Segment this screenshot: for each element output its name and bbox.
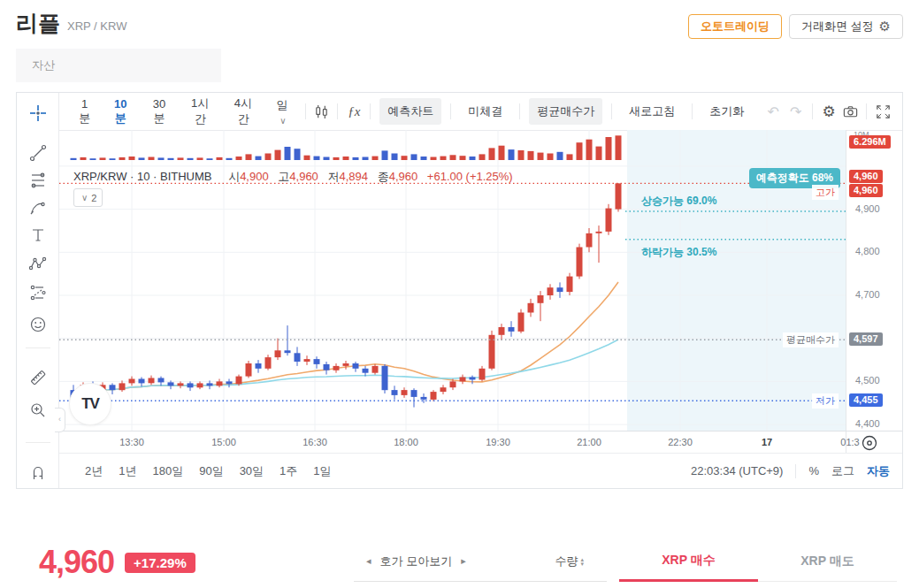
xabcd-pattern-tool-icon[interactable] [28,255,48,274]
separator [812,103,813,119]
axis-settings-icon[interactable] [860,433,879,453]
time-tick: 01:3 [840,437,859,447]
screen-settings-label: 거래화면 설정 [801,19,874,34]
forecast-tool-icon[interactable] [28,283,48,302]
left-arrow-icon[interactable]: ◂ [366,555,371,567]
chart-plot-area[interactable]: XRP/KRW · 10 · BITHUMB 시4,900 고4,960 저4,… [59,130,846,431]
toolbar-button-reset[interactable]: 초기화 [701,98,752,125]
time-tick: 16:30 [303,437,327,447]
interval-button-1d[interactable]: 일∨ [267,93,296,131]
trend-line-tool-icon[interactable] [28,143,48,163]
magnet-tool-icon[interactable] [28,463,48,483]
page-header: 리플 XRP / KRW [16,12,126,34]
footer-price: 4,960 [39,544,114,581]
prediction-down-label: 하락가능 30.5% [641,245,716,260]
separator [370,103,371,119]
open-label: 시 [228,170,240,183]
time-tick: 19:30 [486,437,510,447]
range-button-30d[interactable]: 30일 [234,460,270,483]
autotrading-button[interactable]: 오토트레이딩 [688,14,782,39]
low-price-badge: 4,455 [849,393,883,407]
time-tick: 21:00 [577,437,601,447]
toolbar-button-refresh[interactable]: 새로고침 [621,98,683,125]
chevron-down-icon: ∨ [81,193,88,202]
brush-tool-icon[interactable] [28,198,48,218]
range-button-1d[interactable]: 1일 [307,460,337,483]
separator [26,442,50,443]
chart-toolbar: 1분10분30분1시간4시간일∨ ƒx 예측차트미체결평균매수가새로고침초기화 … [59,93,902,130]
range-button-90d[interactable]: 90일 [193,460,229,483]
separator [305,103,306,119]
high-line-label: 고가 [812,185,839,200]
zoom-in-tool-icon[interactable] [28,401,48,420]
drawing-toolbar [17,93,59,488]
interval-button-1m[interactable]: 1분 [71,93,98,131]
orderbook-header: ◂ 호가 모아보기 ▸ 수량 ▴▾ [354,541,607,582]
sidebar-collapse-handle[interactable]: ‹ [55,408,65,432]
range-button-1w[interactable]: 1주 [273,460,303,483]
chart-style-candles-icon[interactable] [310,100,332,123]
gear-icon: ⚙ [879,19,891,34]
chart-settings-gear-icon[interactable]: ⚙ [818,100,839,123]
redo-icon[interactable]: ↷ [785,103,807,120]
undo-icon[interactable]: ↶ [762,103,785,120]
indicator-count: 2 [91,193,96,203]
tab-buy[interactable]: XRP 매수 [619,541,758,582]
quantity-label: 수량 [555,554,578,569]
crosshair-tool-icon[interactable] [28,103,48,123]
time-axis[interactable]: 13:3015:0016:3018:0019:3021:0022:301701:… [59,431,902,453]
time-tick: 22:30 [668,437,693,447]
ruler-tool-icon[interactable] [28,368,48,387]
indicators-fx-icon[interactable]: ƒx [343,100,364,123]
quantity-sort[interactable]: 수량 ▴▾ [555,554,584,569]
toolbar-button-open-orders[interactable]: 미체결 [460,98,510,125]
parallel-lines-tool-icon[interactable] [28,171,48,190]
separator [26,347,50,348]
separator [795,464,796,478]
tab-assets[interactable]: 자산 [16,49,221,82]
price-tick: 4,500 [855,375,880,386]
emoji-tool-icon[interactable] [28,315,48,334]
range-button-1y[interactable]: 1년 [112,460,142,483]
header-buttons: 오토트레이딩 거래화면 설정 ⚙ [688,14,903,39]
close-label: 종 [378,170,389,183]
separator [519,103,520,119]
footer-change-badge: +17.29% [125,553,195,573]
high-value: 4,960 [289,170,318,183]
indicator-collapse-button[interactable]: ∨ 2 [73,188,103,207]
interval-button-1h[interactable]: 1시간 [181,91,219,132]
fullscreen-icon[interactable] [872,100,893,123]
price-axis[interactable]: 10M 6.296M 4,960 4,960 4,597 4,455 4,900… [846,130,902,431]
auto-scale-button[interactable]: 자동 [867,463,890,479]
right-arrow-icon[interactable]: ▸ [461,555,466,567]
price-tick: 4,400 [855,418,880,429]
separator [450,103,451,119]
text-tool-icon[interactable] [28,225,48,245]
interval-button-10m[interactable]: 10분 [103,93,137,131]
symbol-info-line: XRP/KRW · 10 · BITHUMB 시4,900 고4,960 저4,… [73,169,513,185]
interval-button-4h[interactable]: 4시간 [225,91,263,132]
low-value: 4,894 [339,170,368,183]
chart-widget: 1분10분30분1시간4시간일∨ ƒx 예측차트미체결평균매수가새로고침초기화 … [16,92,903,489]
pencil-tool-icon[interactable] [28,485,48,488]
screen-settings-button[interactable]: 거래화면 설정 ⚙ [789,14,903,39]
orderbook-toggle[interactable]: ◂ 호가 모아보기 ▸ [366,554,466,569]
snapshot-camera-icon[interactable] [839,100,861,123]
tab-sell[interactable]: XRP 매도 [758,541,897,582]
bottom-bar-right: 22:03:34 (UTC+9) % 로그 자동 [691,463,890,479]
range-button-180d[interactable]: 180일 [146,460,189,483]
chevron-down-icon: ∨ [280,116,286,126]
clock[interactable]: 22:03:34 (UTC+9) [691,464,783,477]
log-scale-button[interactable]: 로그 [831,463,854,479]
fx-label: ƒx [348,104,360,119]
toolbar-button-avg-buy-price[interactable]: 평균매수가 [529,98,602,125]
separator [611,103,612,119]
percent-scale-button[interactable]: % [808,464,819,477]
interval-button-30m[interactable]: 30분 [142,93,176,131]
pair-label: XRP / KRW [67,19,126,34]
time-tick: 15:00 [211,437,236,447]
toolbar-button-forecast-chart[interactable]: 예측차트 [379,98,441,125]
range-button-2y[interactable]: 2년 [79,460,109,483]
price-tick: 4,800 [855,246,880,256]
prediction-up-label: 상승가능 69.0% [641,194,716,209]
